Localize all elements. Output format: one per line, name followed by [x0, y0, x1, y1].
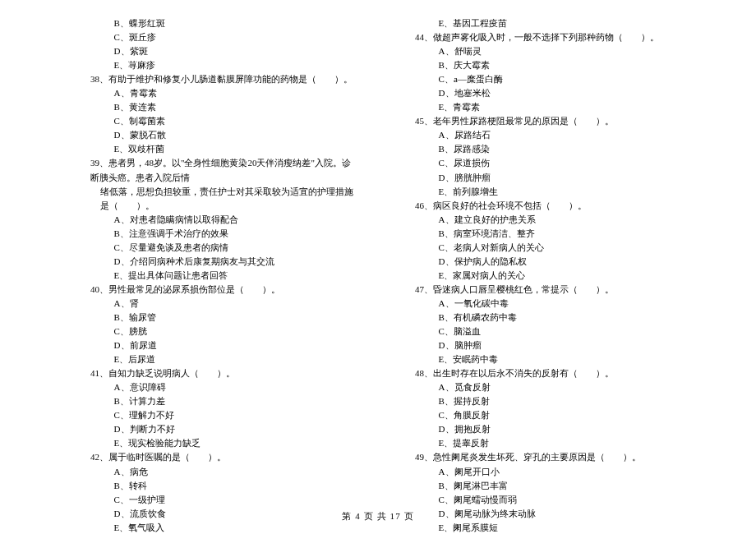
- option-text: E、氧气吸入: [90, 521, 357, 534]
- option-text: B、尿路感染: [415, 142, 682, 156]
- question-text: 45、老年男性尿路梗阻最常见的原因是（ ）。: [415, 114, 682, 128]
- option-text: E、提睾反射: [415, 436, 682, 450]
- option-text: C、老病人对新病人的关心: [415, 241, 682, 255]
- option-text: A、意识障碍: [90, 380, 357, 394]
- option-text: D、紫斑: [90, 44, 357, 58]
- option-text: E、提出具体问题让患者回答: [90, 269, 357, 283]
- option-text: D、保护病人的隐私权: [415, 255, 682, 269]
- question-text: 39、患者男，48岁。以"全身性细胞黄染20天伴消瘦纳差"入院。诊断胰头癌。患者…: [90, 156, 357, 184]
- option-text: C、制霉菌素: [90, 114, 357, 128]
- option-text: B、庆大霉素: [415, 58, 682, 72]
- option-text: C、膀胱: [90, 325, 357, 338]
- question-text: 44、做超声雾化吸入时，一般不选择下列那种药物（ ）。: [415, 30, 682, 44]
- option-text: E、安眠药中毒: [415, 352, 682, 366]
- option-text: C、斑丘疹: [90, 30, 357, 44]
- option-text: D、地塞米松: [415, 86, 682, 100]
- question-text: 40、男性最常见的泌尿系损伤部位是（ ）。: [90, 283, 357, 297]
- option-text: D、拥抱反射: [415, 422, 682, 436]
- option-text: D、判断力不好: [90, 422, 357, 436]
- option-text: E、荨麻疹: [90, 58, 357, 72]
- option-text: B、有机磷农药中毒: [415, 311, 682, 325]
- option-text: E、双歧杆菌: [90, 142, 357, 156]
- option-text: E、后尿道: [90, 352, 357, 366]
- question-continuation: 绪低落，思想负担较重，责任护士对其采取较为适宜的护理措施是（ ）。: [90, 185, 357, 213]
- question-text: 49、急性阑尾炎发生坏死、穿孔的主要原因是（ ）。: [415, 450, 682, 464]
- option-text: D、前尿道: [90, 338, 357, 352]
- option-text: C、尽量避免谈及患者的病情: [90, 241, 357, 255]
- question-text: 46、病区良好的社会环境不包括（ ）。: [415, 199, 682, 213]
- option-text: A、阑尾开口小: [415, 465, 682, 479]
- option-text: D、脑肿瘤: [415, 338, 682, 352]
- question-text: 48、出生时存在以后永不消失的反射有（ ）。: [415, 366, 682, 380]
- option-text: C、一级护理: [90, 493, 357, 507]
- right-column: E、基因工程疫苗 44、做超声雾化吸入时，一般不选择下列那种药物（ ）。 A、舒…: [415, 16, 682, 534]
- question-text: 38、有助于维护和修复小儿肠道黏膜屏障功能的药物是（ ）。: [90, 72, 357, 86]
- option-text: E、青霉素: [415, 100, 682, 114]
- page-footer: 第 4 页 共 17 页: [0, 510, 756, 522]
- left-column: B、蝶形红斑 C、斑丘疹 D、紫斑 E、荨麻疹 38、有助于维护和修复小儿肠道黏…: [90, 16, 357, 534]
- option-text: A、对患者隐瞒病情以取得配合: [90, 213, 357, 227]
- option-text: A、尿路结石: [415, 128, 682, 142]
- option-text: C、理解力不好: [90, 408, 357, 422]
- option-text: E、家属对病人的关心: [415, 269, 682, 283]
- page-columns: B、蝶形红斑 C、斑丘疹 D、紫斑 E、荨麻疹 38、有助于维护和修复小儿肠道黏…: [90, 16, 682, 534]
- option-text: C、尿道损伤: [415, 156, 682, 170]
- option-text: B、转科: [90, 479, 357, 493]
- option-text: A、觅食反射: [415, 380, 682, 394]
- option-text: C、阑尾蠕动慢而弱: [415, 493, 682, 507]
- option-text: E、现实检验能力缺乏: [90, 436, 357, 450]
- option-text: B、握持反射: [415, 394, 682, 408]
- option-text: E、前列腺增生: [415, 185, 682, 199]
- option-text: B、输尿管: [90, 311, 357, 325]
- option-text: A、肾: [90, 297, 357, 311]
- option-text: D、蒙脱石散: [90, 128, 357, 142]
- option-text: A、青霉素: [90, 86, 357, 100]
- option-text: D、介绍同病种术后康复期病友与其交流: [90, 255, 357, 269]
- option-text: B、病室环境清洁、整齐: [415, 227, 682, 241]
- option-text: A、病危: [90, 465, 357, 479]
- option-text: C、角膜反射: [415, 408, 682, 422]
- option-text: B、黄连素: [90, 100, 357, 114]
- question-text: 41、自知力缺乏说明病人（ ）。: [90, 366, 357, 380]
- option-text: C、a—糜蛋白酶: [415, 72, 682, 86]
- option-text: E、阑尾系膜短: [415, 521, 682, 534]
- option-text: A、一氧化碳中毒: [415, 297, 682, 311]
- option-text: B、注意强调手术治疗的效果: [90, 227, 357, 241]
- option-text: B、计算力差: [90, 394, 357, 408]
- option-text: D、膀胱肿瘤: [415, 171, 682, 185]
- option-text: B、阑尾淋巴丰富: [415, 479, 682, 493]
- question-text: 47、昏迷病人口唇呈樱桃红色，常提示（ ）。: [415, 283, 682, 297]
- option-text: B、蝶形红斑: [90, 16, 357, 30]
- option-text: A、建立良好的护患关系: [415, 213, 682, 227]
- option-text: A、舒喘灵: [415, 44, 682, 58]
- question-text: 42、属于临时医嘱的是（ ）。: [90, 450, 357, 464]
- option-text: C、脑溢血: [415, 325, 682, 338]
- option-text: E、基因工程疫苗: [415, 16, 682, 30]
